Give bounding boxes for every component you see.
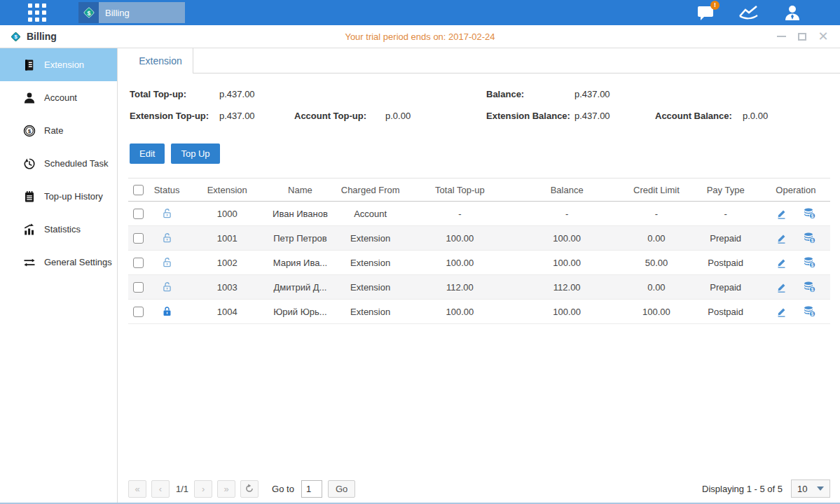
app-grid-icon[interactable]: [25, 1, 49, 24]
ledger-icon: [22, 58, 36, 71]
edit-row-icon[interactable]: [776, 232, 787, 244]
sidebar-item-scheduled-task[interactable]: Scheduled Task: [0, 147, 117, 180]
column-header: Operation: [762, 178, 830, 202]
status-cell: [148, 251, 186, 275]
extension-table-wrap: StatusExtensionNameCharged FromTotal Top…: [128, 178, 830, 324]
row-checkbox[interactable]: [133, 209, 144, 219]
account-balance-label: Account Balance:: [655, 111, 743, 121]
close-icon[interactable]: ✕: [818, 31, 829, 41]
prev-page-icon[interactable]: ‹: [151, 480, 170, 498]
sidebar-item-topup-history[interactable]: Top-up History: [0, 180, 117, 213]
column-header: Credit Limit: [623, 178, 689, 202]
select-all-checkbox[interactable]: [133, 185, 144, 195]
svg-text:$: $: [811, 287, 814, 293]
balance-cell: 100.00: [511, 226, 623, 251]
locked-icon: [161, 305, 173, 318]
status-cell: [148, 226, 186, 251]
edit-row-icon[interactable]: [776, 208, 787, 220]
name-cell: Мария Ива...: [268, 251, 331, 275]
operation-cell: $: [762, 202, 830, 226]
first-page-icon[interactable]: «: [128, 480, 146, 498]
credit-limit-cell: 0.00: [623, 226, 689, 251]
table-row: 1001 Петр Петров Extension 100.00 100.00…: [128, 226, 830, 251]
notebook-icon: [22, 190, 36, 203]
person-icon: [22, 91, 36, 104]
extension-cell: 1000: [186, 202, 268, 226]
svg-text:$: $: [811, 312, 814, 317]
pay-type-cell: -: [690, 202, 762, 226]
top-up-row-icon[interactable]: $: [803, 232, 816, 244]
credit-limit-cell: 50.00: [623, 251, 689, 275]
row-checkbox[interactable]: [133, 282, 144, 293]
top-up-row-icon[interactable]: $: [803, 256, 816, 269]
sidebar-item-label: Rate: [44, 125, 63, 136]
sidebar-item-general-settings[interactable]: General Settings: [0, 246, 117, 279]
sidebar-item-statistics[interactable]: Statistics: [0, 213, 117, 246]
top-up-row-icon[interactable]: $: [803, 305, 816, 318]
total-topup-cell: 112.00: [409, 275, 511, 300]
tab-extension[interactable]: Extension: [128, 48, 193, 74]
pay-type-cell: Prepaid: [690, 275, 762, 300]
svg-text:$: $: [27, 128, 31, 134]
edit-row-icon[interactable]: [776, 257, 787, 269]
extension-balance-value: p.437.00: [574, 111, 655, 121]
balance-cell: -: [511, 202, 623, 226]
name-cell: Дмитрий Д...: [268, 275, 331, 300]
balance-label: Balance:: [486, 89, 574, 99]
column-header: Status: [148, 178, 186, 202]
main-content: Extension Total Top-up: p.437.00 Extensi…: [118, 48, 840, 504]
edit-row-icon[interactable]: [776, 306, 787, 318]
operation-cell: $: [762, 251, 830, 275]
top-up-row-icon[interactable]: $: [803, 207, 816, 220]
extension-topup-label: Extension Top-up:: [130, 111, 219, 121]
window-title: Billing: [27, 31, 57, 42]
row-checkbox[interactable]: [133, 233, 144, 244]
edit-row-icon[interactable]: [776, 281, 787, 293]
status-cell: [148, 202, 186, 226]
maximize-icon[interactable]: [797, 31, 808, 41]
dollar-circle-icon: $: [22, 124, 36, 137]
status-cell: [148, 275, 186, 300]
user-account-icon[interactable]: [781, 4, 804, 22]
row-checkbox[interactable]: [133, 307, 144, 317]
total-topup-value: p.437.00: [219, 89, 255, 99]
taskbar-tab-billing[interactable]: $ Billing: [78, 2, 185, 23]
sidebar-item-extension[interactable]: Extension: [0, 48, 117, 81]
unlocked-icon: [161, 281, 173, 293]
credit-limit-cell: 0.00: [623, 275, 689, 300]
balance-value: p.437.00: [574, 89, 610, 99]
sidebar-item-rate[interactable]: $ Rate: [0, 114, 117, 147]
row-checkbox[interactable]: [133, 258, 144, 268]
pagination-bar: « ‹ 1/1 › » Go to Go Displaying 1 - 5 of…: [128, 479, 830, 498]
edit-button[interactable]: Edit: [130, 144, 165, 164]
balance-cell: 112.00: [511, 275, 623, 300]
messages-icon[interactable]: !: [694, 4, 717, 22]
svg-text:$: $: [811, 262, 814, 268]
grid-dots: [27, 2, 48, 23]
account-topup-label: Account Top-up:: [294, 111, 385, 121]
extension-balance-label: Extension Balance:: [486, 111, 574, 121]
credit-limit-cell: 100.00: [623, 300, 689, 324]
total-topup-label: Total Top-up:: [130, 89, 219, 99]
next-page-icon[interactable]: ›: [194, 480, 212, 498]
account-topup-value: p.0.00: [385, 111, 411, 121]
trial-notice: Your trial period ends on: 2017-02-24: [0, 31, 840, 42]
go-button[interactable]: Go: [328, 480, 355, 498]
sidebar-item-label: Top-up History: [44, 191, 103, 202]
page-size-select[interactable]: 10: [791, 479, 830, 498]
charged-from-cell: Extension: [332, 275, 409, 300]
charged-from-cell: Extension: [332, 251, 409, 275]
resource-monitor-icon[interactable]: [738, 4, 760, 22]
sidebar-item-label: General Settings: [44, 257, 112, 267]
table-body: 1000 Иван Иванов Account - - - -: [128, 202, 830, 324]
column-header: Charged From: [332, 178, 409, 202]
top-up-row-icon[interactable]: $: [803, 281, 816, 293]
minimize-icon[interactable]: [776, 31, 787, 41]
top-up-button[interactable]: Top Up: [171, 144, 219, 164]
last-page-icon[interactable]: »: [217, 480, 235, 498]
goto-page-input[interactable]: [301, 480, 322, 498]
sidebar-item-account[interactable]: Account: [0, 81, 117, 114]
tab-strip: Extension: [118, 48, 840, 74]
refresh-icon[interactable]: [240, 480, 259, 498]
extension-cell: 1004: [186, 300, 268, 324]
